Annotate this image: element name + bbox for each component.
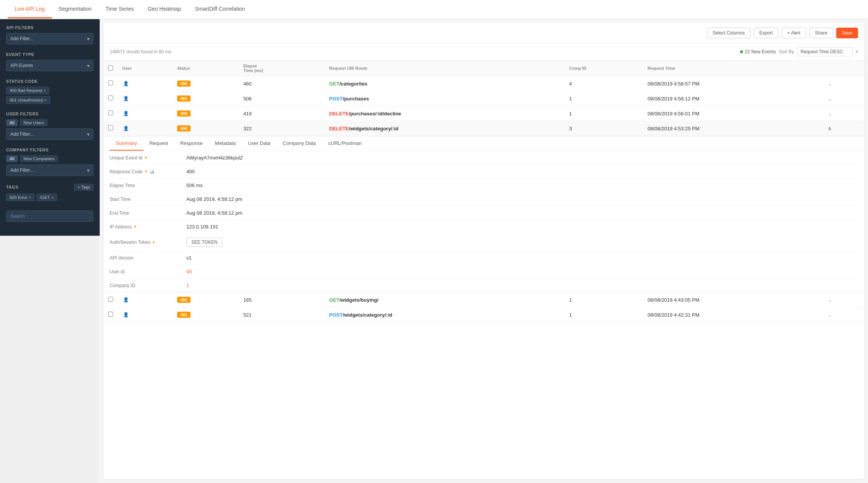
sort-select[interactable]: Request Time DESC	[797, 47, 853, 56]
user-add-filter-dropdown[interactable]: Add Filter...	[6, 128, 94, 140]
sidebar: API Filters Add Filter... Event Type API…	[0, 19, 100, 483]
add-filter-dropdown[interactable]: Add Filter...	[6, 33, 94, 44]
row4-user: 👤	[118, 121, 173, 136]
main-content: Select Columns Export + Alert Share Save…	[100, 19, 868, 483]
detail-body: Unique Event Id ▼ AWyrayA7mxH4z36kpulZ R…	[104, 151, 864, 292]
row2-checkbox[interactable]	[108, 95, 113, 100]
remove-tag-get[interactable]: ×	[51, 195, 54, 200]
row2-status: 401	[173, 91, 238, 106]
expand-icon[interactable]: ⌄	[828, 95, 832, 102]
row4-time: 08/08/2019 4:53:25 PM	[643, 121, 823, 136]
detail-row-start-time: Start Time Aug 08 2019, 4:58:12 pm	[110, 192, 858, 206]
select-all-checkbox[interactable]	[108, 66, 113, 71]
row5-checkbox[interactable]	[108, 297, 113, 302]
row6-elapse: 521	[239, 307, 325, 322]
expand-icon[interactable]: ⌄	[828, 110, 832, 117]
detail-tab-curl[interactable]: cURL/Postman	[322, 136, 368, 151]
company-add-filter-dropdown[interactable]: Add Filter...	[6, 164, 94, 176]
status-badge-400c: 400	[177, 125, 190, 131]
user-filter-row: All New Users	[6, 119, 94, 126]
filter-icon4[interactable]: ▼	[152, 240, 156, 245]
tab-live-api-log[interactable]: Live API Log	[8, 0, 52, 18]
table-row[interactable]: 👤 401 506 POST/purchases 1 08/08/2019 4:…	[104, 91, 864, 106]
tag-get[interactable]: /GET ×	[36, 194, 57, 201]
tag-500-error[interactable]: 500 Error ×	[6, 194, 35, 201]
detail-row-ip: IP Address ▼ 123.0.109.191	[110, 220, 858, 234]
company-filter-new[interactable]: New Companies	[20, 155, 58, 162]
status-tag-400[interactable]: 400 Bad Request ×	[6, 87, 49, 94]
row2-expand[interactable]: ⌄	[823, 91, 864, 106]
row1-checkbox[interactable]	[108, 80, 113, 85]
export-button[interactable]: Export	[754, 28, 779, 38]
remove-tag-400[interactable]: ×	[44, 89, 46, 93]
status-tag-401[interactable]: 401 Unauthorized ×	[6, 96, 50, 104]
expand-icon-up[interactable]: ∧	[828, 125, 832, 131]
remove-tag-500[interactable]: ×	[29, 195, 31, 200]
row6-checkbox[interactable]	[108, 312, 113, 317]
detail-tab-metadata[interactable]: Metadata	[209, 136, 242, 151]
tags-header: Tags + Tags	[6, 184, 94, 191]
unique-event-id-label: Unique Event Id	[110, 155, 142, 161]
expand-icon3[interactable]: ⌄	[828, 297, 832, 303]
save-button[interactable]: Save	[836, 28, 858, 38]
filter-icon[interactable]: ▼	[144, 156, 148, 160]
detail-tab-user-data[interactable]: User Data	[242, 136, 277, 151]
start-time-value: Aug 08 2019, 4:58:12 pm	[186, 196, 242, 202]
ip-address-label: IP Address	[110, 224, 132, 230]
detail-tab-response[interactable]: Response	[174, 136, 209, 151]
table-row[interactable]: 👤 400 460 GET/categorites 4 08/08/2019 4…	[104, 76, 864, 91]
table-row[interactable]: 👤 400 419 DELETE/purchases/:id/decline 1…	[104, 106, 864, 121]
row4-expand[interactable]: ∧	[823, 121, 864, 136]
api-table: User Status ElapseTime (ms) Request URI …	[104, 61, 864, 322]
expand-icon4[interactable]: ⌄	[828, 312, 832, 318]
remove-tag-401[interactable]: ×	[44, 98, 47, 102]
unique-event-id-value: AWyrayA7mxH4z36kpulZ	[186, 155, 243, 161]
user-filter-new[interactable]: New Users	[20, 119, 48, 126]
detail-tab-request[interactable]: Request	[143, 136, 174, 151]
tab-smartdiff[interactable]: SmartDiff Correlation	[188, 0, 252, 18]
detail-tab-summary[interactable]: Summary	[110, 136, 143, 151]
api-filters-label: API Filters	[6, 25, 94, 30]
user-id-value: 45	[186, 269, 192, 274]
share-button[interactable]: Share	[809, 28, 833, 38]
row5-expand[interactable]: ⌄	[823, 292, 864, 307]
row3-expand[interactable]: ⌄	[823, 106, 864, 121]
tab-geo-heatmap[interactable]: Geo Heatmap	[141, 0, 188, 18]
ip-address-value: 123.0.109.191	[186, 224, 218, 230]
row4-checkbox[interactable]	[108, 125, 113, 130]
company-filter-all[interactable]: All	[6, 155, 18, 162]
detail-tab-company-data[interactable]: Company Data	[276, 136, 322, 151]
row6-expand[interactable]: ⌄	[823, 307, 864, 322]
row2-user: 👤	[118, 91, 173, 106]
chart-icon[interactable]: 📊	[150, 169, 154, 174]
tab-time-series[interactable]: Time Series	[99, 0, 141, 18]
response-code-value: 400	[186, 169, 195, 174]
row5-comp-id: 1	[565, 292, 643, 307]
table-row[interactable]: 👤 401 165 GET/widgets/buying/ 1 08/08/20…	[104, 292, 864, 307]
filter-icon3[interactable]: ▼	[133, 225, 137, 229]
add-tags-button[interactable]: + Tags	[74, 184, 94, 191]
event-type-section: Event Type API Events	[6, 52, 94, 71]
event-type-dropdown[interactable]: API Events	[6, 60, 94, 71]
see-token-button[interactable]: SEE TOKEN	[186, 238, 222, 247]
table-row[interactable]: 👤 400 322 DELETE/widgets/category/:id 3 …	[104, 121, 864, 136]
row4-comp-id: 3	[565, 121, 643, 136]
filter-icon2[interactable]: ▼	[144, 169, 148, 174]
detail-row-response-code: Response Code ▼ 📊 400	[110, 165, 858, 179]
row6-time: 08/08/2019 4:42:31 PM	[643, 307, 823, 322]
row1-expand[interactable]: ⌄	[823, 76, 864, 91]
search-input[interactable]	[6, 210, 94, 222]
tags-section: Tags + Tags 500 Error × /GET ×	[6, 184, 94, 201]
response-code-label: Response Code	[110, 169, 143, 174]
status-badge-400: 400	[177, 80, 190, 87]
row3-checkbox-cell	[104, 106, 118, 121]
user-filter-all[interactable]: All	[6, 119, 18, 126]
alert-button[interactable]: + Alert	[781, 28, 806, 38]
select-columns-button[interactable]: Select Columns	[707, 28, 751, 38]
row3-checkbox[interactable]	[108, 110, 113, 115]
table-row[interactable]: 👤 401 521 POST/widgets/category/:id 1 08…	[104, 307, 864, 322]
end-time-label: End Time	[110, 210, 186, 216]
user-icon-green2: 👤	[122, 125, 129, 132]
tab-segmentation[interactable]: Segmentation	[52, 0, 99, 18]
expand-icon[interactable]: ⌄	[828, 80, 832, 87]
